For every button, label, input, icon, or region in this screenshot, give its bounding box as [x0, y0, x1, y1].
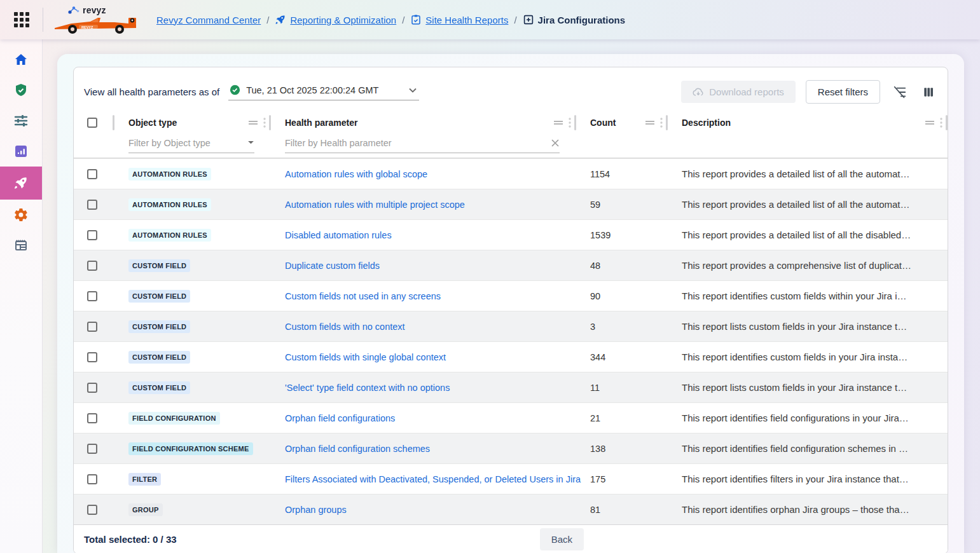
- bar-chart-icon: [13, 144, 29, 159]
- breadcrumb-separator: /: [514, 15, 516, 25]
- breadcrumb-separator: /: [402, 15, 404, 25]
- health-parameter-link[interactable]: 'Select' type field context with no opti…: [285, 383, 450, 393]
- breadcrumb-reporting-link[interactable]: Reporting & Optimization: [290, 15, 396, 25]
- count-value: 11: [576, 383, 668, 393]
- total-selected-text: Total selected: 0 / 33: [84, 534, 177, 545]
- drag-handle-icon[interactable]: [248, 119, 258, 126]
- count-value: 344: [576, 352, 668, 362]
- shield-check-icon: [13, 83, 29, 98]
- health-parameter-link[interactable]: Orphan field configurations: [285, 413, 395, 423]
- table-footer: Total selected: 0 / 33 Back: [74, 524, 948, 553]
- download-reports-button[interactable]: Download reports: [681, 81, 796, 103]
- table-row: CUSTOM FIELD Custom fields not used in a…: [74, 280, 948, 311]
- kebab-menu-icon[interactable]: [660, 118, 663, 128]
- row-checkbox[interactable]: [87, 200, 97, 210]
- count-value: 175: [576, 474, 668, 484]
- column-header-object-type[interactable]: Object type: [114, 113, 271, 133]
- sidebar-item-home[interactable]: [0, 44, 42, 75]
- sidebar-item-controls[interactable]: [0, 106, 42, 136]
- breadcrumb-command-center-link[interactable]: Revyz Command Center: [156, 15, 261, 25]
- caret-down-icon[interactable]: [247, 140, 254, 145]
- drag-handle-icon[interactable]: [925, 119, 935, 126]
- sidebar-item-news[interactable]: [0, 230, 42, 261]
- row-checkbox[interactable]: [87, 322, 97, 332]
- table-filter-row: [74, 133, 948, 158]
- object-type-badge: CUSTOM FIELD: [128, 320, 190, 333]
- kebab-menu-icon[interactable]: [940, 118, 942, 128]
- object-type-filter-input[interactable]: [128, 138, 247, 148]
- object-type-badge: FIELD CONFIGURATION: [128, 412, 220, 425]
- health-parameter-filter-input[interactable]: [285, 138, 551, 148]
- health-parameter-link[interactable]: Automation rules with multiple project s…: [285, 200, 465, 210]
- drag-handle-icon[interactable]: [553, 119, 563, 126]
- snapshot-date-select[interactable]: Tue, 21 Oct 2025 22:00:24 GMT: [228, 83, 419, 100]
- clipboard-check-icon: [410, 14, 422, 25]
- drag-handle-icon[interactable]: [645, 119, 655, 126]
- table-row: AUTOMATION RULES Disabled automation rul…: [74, 219, 948, 250]
- sidebar-item-reporting-active[interactable]: [0, 167, 42, 200]
- description-text: This report identifies custom fields wit…: [668, 290, 948, 301]
- health-parameter-link[interactable]: Filters Associated with Deactivated, Sus…: [285, 474, 581, 484]
- row-checkbox[interactable]: [87, 474, 97, 484]
- clear-all-filters-button[interactable]: [890, 83, 909, 102]
- sliders-icon: [13, 113, 29, 129]
- column-header-description[interactable]: Description: [668, 113, 948, 133]
- reports-panel: View all health parameters as of Tue, 21…: [73, 67, 948, 553]
- count-value: 1154: [576, 169, 668, 179]
- description-text: This report provides a detailed list of …: [668, 168, 948, 179]
- kebab-menu-icon[interactable]: [263, 118, 266, 128]
- table-header-row: Object type Health parameter Count: [74, 113, 948, 133]
- row-checkbox[interactable]: [87, 444, 97, 454]
- molecule-icon: [67, 5, 80, 15]
- object-type-badge: CUSTOM FIELD: [128, 351, 190, 364]
- object-type-filter[interactable]: [128, 138, 254, 153]
- health-parameter-link[interactable]: Custom fields with single global context: [285, 352, 446, 362]
- row-checkbox[interactable]: [87, 261, 97, 271]
- table-row: CUSTOM FIELD 'Select' type field context…: [74, 372, 948, 402]
- sidebar-item-security[interactable]: [0, 75, 42, 106]
- home-icon: [13, 52, 29, 67]
- health-parameter-link[interactable]: Duplicate custom fields: [285, 261, 380, 271]
- breadcrumb-site-health-link[interactable]: Site Health Reports: [425, 15, 508, 25]
- count-value: 21: [576, 413, 668, 423]
- count-value: 59: [576, 200, 668, 210]
- column-header-count[interactable]: Count: [576, 113, 668, 133]
- column-settings-button[interactable]: [920, 83, 937, 101]
- health-parameter-link[interactable]: Custom fields with no context: [285, 322, 405, 332]
- description-text: This report provides a detailed list of …: [668, 229, 948, 240]
- object-type-badge: CUSTOM FIELD: [128, 259, 190, 272]
- row-checkbox[interactable]: [87, 291, 97, 301]
- count-value: 81: [576, 505, 668, 515]
- total-selected-value: 0 / 33: [153, 534, 177, 545]
- column-header-health-parameter[interactable]: Health parameter: [271, 113, 576, 133]
- kebab-menu-icon[interactable]: [569, 118, 571, 128]
- row-checkbox[interactable]: [87, 169, 97, 179]
- row-checkbox[interactable]: [87, 383, 97, 393]
- health-parameter-link[interactable]: Disabled automation rules: [285, 230, 392, 240]
- clear-x-icon[interactable]: [551, 139, 560, 147]
- race-car-logo: REVYZ: [53, 15, 140, 34]
- object-type-badge: AUTOMATION RULES: [128, 168, 211, 181]
- row-checkbox[interactable]: [87, 230, 97, 240]
- health-parameter-filter[interactable]: [285, 138, 560, 153]
- health-parameter-link[interactable]: Custom fields not used in any screens: [285, 291, 441, 301]
- filter-off-icon: [893, 85, 907, 99]
- breadcrumb-separator: /: [266, 15, 269, 25]
- description-text: This report identifies field configurati…: [668, 443, 948, 454]
- health-parameter-link[interactable]: Automation rules with global scope: [285, 169, 427, 179]
- select-all-checkbox[interactable]: [87, 118, 97, 128]
- description-text: This report identifies field configurati…: [668, 413, 948, 423]
- count-value: 90: [576, 291, 668, 301]
- row-checkbox[interactable]: [87, 413, 97, 423]
- sidebar-item-settings[interactable]: [0, 200, 42, 230]
- health-parameter-link[interactable]: Orphan field configuration schemes: [285, 444, 430, 454]
- row-checkbox[interactable]: [87, 352, 97, 362]
- app-switcher-button[interactable]: [11, 9, 32, 31]
- sidebar-item-analytics[interactable]: [0, 136, 42, 167]
- health-parameter-link[interactable]: Orphan groups: [285, 505, 347, 515]
- reset-filters-button[interactable]: Reset filters: [806, 80, 880, 104]
- object-type-badge: CUSTOM FIELD: [128, 290, 190, 303]
- back-button[interactable]: Back: [540, 528, 584, 550]
- count-value: 3: [576, 322, 668, 332]
- row-checkbox[interactable]: [87, 505, 97, 515]
